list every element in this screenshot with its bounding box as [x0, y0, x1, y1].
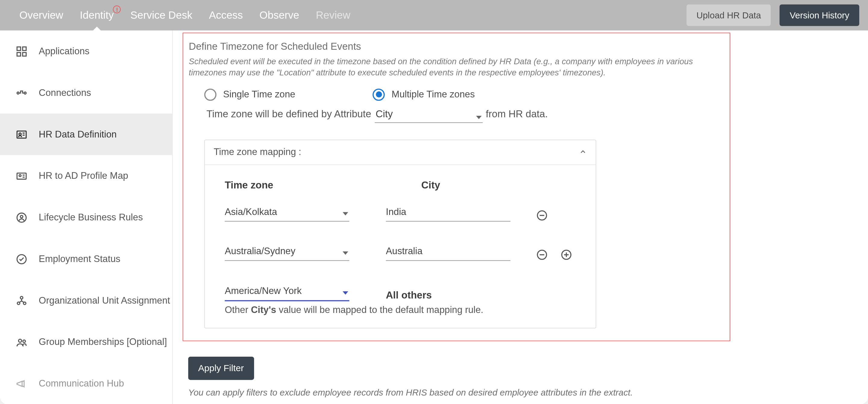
chevron-up-icon — [579, 148, 587, 156]
svg-point-15 — [20, 215, 23, 217]
sidebar-item-organizational-unit-assignment[interactable]: Organizational Unit Assignment — [0, 280, 172, 321]
timezone-select[interactable]: Australia/Sydney — [225, 246, 349, 261]
sidebar-item-connections[interactable]: Connections — [0, 72, 172, 114]
profile-map-icon — [16, 170, 27, 182]
row-actions — [547, 248, 572, 260]
mapping-header[interactable]: Time zone mapping : — [205, 140, 596, 165]
radio-icon — [204, 88, 216, 100]
sidebar-item-label: Organizational Unit Assignment — [39, 295, 170, 306]
mapping-row: Australia/Sydney — [225, 246, 584, 261]
mapping-column-headers: Time zone City — [225, 179, 584, 191]
col-header-timezone: Time zone — [225, 179, 349, 191]
svg-rect-2 — [17, 52, 21, 56]
remove-row-button[interactable] — [536, 248, 548, 260]
group-icon — [16, 336, 27, 348]
row-actions — [547, 209, 548, 221]
attribute-sentence: Time zone will be defined by Attribute C… — [207, 108, 724, 123]
add-row-button[interactable] — [560, 248, 572, 260]
sidebar-item-label: Employment Status — [39, 253, 121, 265]
megaphone-icon — [16, 377, 27, 390]
sidebar-item-lifecycle-business-rules[interactable]: Lifecycle Business Rules — [0, 196, 172, 238]
timezone-value: Asia/Kolkata — [225, 206, 277, 217]
sidebar-item-label: Connections — [39, 87, 91, 98]
svg-rect-1 — [23, 47, 26, 50]
sidebar-item-hr-to-ad-profile-map[interactable]: HR to AD Profile Map — [0, 155, 172, 196]
radio-single-timezone[interactable]: Single Time zone — [204, 88, 296, 100]
tab-observe[interactable]: Observe — [251, 0, 307, 30]
org-unit-icon — [16, 294, 27, 306]
timezone-mapping-box: Time zone mapping : Time zone City Asi — [204, 139, 596, 328]
caret-down-icon — [343, 291, 348, 294]
svg-rect-10 — [17, 173, 26, 179]
upload-hr-data-button[interactable]: Upload HR Data — [687, 4, 771, 26]
radio-label: Single Time zone — [223, 89, 296, 100]
svg-rect-0 — [17, 47, 21, 50]
sidebar-item-employment-status[interactable]: Employment Status — [0, 238, 172, 280]
sidebar-item-label: Communication Hub — [39, 378, 124, 389]
svg-point-5 — [24, 92, 26, 94]
city-input[interactable] — [386, 246, 510, 261]
sidebar-item-label: Applications — [39, 46, 90, 57]
mapping-body: Time zone City Asia/Kolkata — [205, 165, 596, 328]
filter-description: You can apply filters to exclude employe… — [188, 387, 858, 397]
caret-down-icon — [476, 116, 481, 119]
radio-multiple-timezones[interactable]: Multiple Time zones — [373, 88, 475, 100]
radio-icon — [373, 88, 385, 100]
sidebar-item-label: Lifecycle Business Rules — [39, 212, 143, 223]
radio-label: Multiple Time zones — [392, 89, 475, 100]
tab-review[interactable]: Review — [307, 0, 359, 30]
top-bar: Overview Identity Service Desk Access Ob… — [0, 0, 868, 30]
mapping-row: Asia/Kolkata — [225, 206, 584, 221]
svg-rect-3 — [23, 52, 26, 56]
alert-icon — [113, 5, 121, 13]
timezone-value: America/New York — [225, 285, 302, 296]
attribute-value: City — [375, 108, 393, 120]
panel-description: Scheduled event will be executed in the … — [189, 56, 698, 79]
default-timezone-select[interactable]: America/New York — [225, 285, 349, 301]
check-circle-icon — [16, 253, 27, 265]
connections-icon — [16, 87, 27, 99]
sentence-post: from HR data. — [486, 108, 548, 120]
sidebar-item-group-memberships[interactable]: Group Memberships [Optional] — [0, 321, 172, 363]
main-content: Define Timezone for Scheduled Events Sch… — [173, 30, 868, 404]
content-body: Applications Connections HR Data Definit… — [0, 30, 868, 404]
city-input[interactable] — [386, 206, 510, 221]
svg-point-11 — [19, 174, 21, 176]
sidebar-item-applications[interactable]: Applications — [0, 30, 172, 72]
id-card-icon — [16, 128, 27, 140]
sidebar: Applications Connections HR Data Definit… — [0, 30, 173, 404]
version-history-button[interactable]: Version History — [780, 4, 859, 26]
remove-row-button[interactable] — [536, 209, 548, 221]
tab-service-desk[interactable]: Service Desk — [122, 0, 201, 30]
timezone-panel: Define Timezone for Scheduled Events Sch… — [183, 33, 730, 341]
col-header-city: City — [421, 179, 440, 191]
attribute-select[interactable]: City — [375, 108, 483, 123]
sidebar-item-label: HR Data Definition — [39, 129, 117, 140]
tab-identity[interactable]: Identity — [71, 0, 122, 30]
filter-section: Apply Filter You can apply filters to ex… — [188, 356, 858, 397]
all-others-label: All others — [386, 289, 432, 301]
apply-filter-button[interactable]: Apply Filter — [188, 356, 254, 380]
svg-point-17 — [20, 296, 23, 299]
svg-point-21 — [23, 340, 25, 342]
tab-overview[interactable]: Overview — [11, 0, 72, 30]
caret-down-icon — [343, 212, 348, 215]
sidebar-item-label: Group Memberships [Optional] — [39, 337, 167, 348]
timezone-value: Australia/Sydney — [225, 246, 296, 256]
tab-access[interactable]: Access — [201, 0, 251, 30]
tab-identity-label: Identity — [80, 9, 114, 21]
timezone-select[interactable]: Asia/Kolkata — [225, 206, 349, 221]
timezone-mode-radios: Single Time zone Multiple Time zones — [204, 88, 724, 100]
svg-point-4 — [17, 92, 19, 94]
panel-title: Define Timezone for Scheduled Events — [189, 41, 724, 53]
caret-down-icon — [343, 251, 348, 254]
top-tabs: Overview Identity Service Desk Access Ob… — [11, 0, 359, 30]
lifecycle-icon — [16, 211, 27, 223]
sidebar-item-label: HR to AD Profile Map — [39, 170, 128, 182]
sidebar-item-communication-hub[interactable]: Communication Hub — [0, 363, 172, 404]
topbar-actions: Upload HR Data Version History — [687, 4, 859, 26]
sidebar-item-hr-data-definition[interactable]: HR Data Definition — [0, 114, 172, 155]
svg-point-7 — [19, 133, 21, 135]
default-mapping-note: Other City's value will be mapped to the… — [225, 304, 584, 315]
svg-point-20 — [19, 339, 22, 342]
